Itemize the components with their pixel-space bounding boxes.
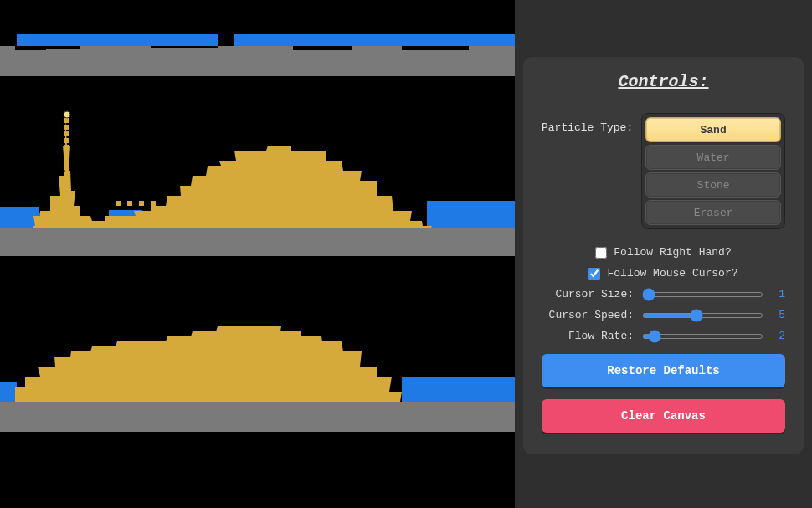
follow-hand-label: Follow Right Hand? [614,246,731,259]
svg-rect-31 [64,118,69,123]
svg-rect-16 [427,201,515,228]
svg-rect-30 [0,402,515,432]
svg-rect-35 [64,145,69,150]
svg-rect-7 [151,48,218,76]
svg-rect-21 [268,149,275,154]
svg-rect-19 [139,201,144,206]
svg-rect-5 [46,49,80,76]
particle-type-group: SandWaterStoneEraser [641,113,785,229]
svg-rect-11 [402,50,469,76]
svg-rect-44 [64,205,69,210]
follow-mouse-label: Follow Mouse Cursor? [607,267,737,280]
particle-type-stone[interactable]: Stone [645,172,781,198]
svg-rect-1 [17,34,218,46]
svg-rect-20 [151,201,156,206]
svg-rect-10 [352,46,402,76]
svg-point-47 [64,111,70,118]
flow-rate-label: Flow Rate: [542,330,634,342]
particle-type-row: Particle Type: SandWaterStoneEraser [542,113,785,229]
svg-rect-41 [64,185,69,190]
svg-rect-42 [64,192,69,197]
cursor-size-value: 1 [772,288,785,300]
svg-rect-9 [293,50,352,76]
cursor-speed-slider[interactable] [642,313,763,318]
svg-rect-4 [15,50,46,76]
cursor-size-row: Cursor Size: 1 [542,288,785,300]
svg-rect-2 [234,34,515,46]
svg-rect-18 [127,201,132,206]
svg-rect-39 [64,172,69,177]
flow-rate-slider[interactable] [642,334,763,339]
svg-rect-37 [64,158,69,163]
svg-rect-36 [64,151,69,157]
svg-rect-34 [64,138,69,143]
svg-rect-32 [64,125,69,130]
cursor-size-label: Cursor Size: [542,288,634,300]
flow-rate-row: Flow Rate: 2 [542,330,785,342]
follow-mouse-row[interactable]: Follow Mouse Cursor? [542,267,785,280]
cursor-speed-label: Cursor Speed: [542,309,634,321]
particle-type-sand[interactable]: Sand [645,117,781,142]
follow-hand-row[interactable]: Follow Right Hand? [542,246,785,259]
controls-panel: Controls: Particle Type: SandWaterStoneE… [523,57,804,454]
svg-rect-40 [64,178,69,183]
svg-rect-45 [64,212,69,217]
svg-rect-6 [80,46,151,76]
particle-type-label: Particle Type: [542,113,633,134]
svg-rect-46 [64,218,69,223]
clear-canvas-button[interactable]: Clear Canvas [542,399,785,433]
svg-rect-43 [64,198,69,203]
follow-hand-checkbox[interactable] [595,247,607,259]
svg-rect-13 [0,207,39,228]
svg-rect-17 [116,201,121,206]
restore-defaults-button[interactable]: Restore Defaults [542,354,785,387]
svg-rect-22 [285,146,291,151]
particle-type-water[interactable]: Water [645,145,781,170]
svg-rect-3 [0,46,15,76]
simulation-canvas[interactable] [0,0,515,508]
cursor-speed-row: Cursor Speed: 5 [542,309,785,321]
flow-rate-value: 2 [772,330,785,342]
particle-type-eraser[interactable]: Eraser [645,200,781,225]
side-area: Controls: Particle Type: SandWaterStoneE… [515,0,812,508]
svg-rect-38 [64,165,69,170]
follow-mouse-checkbox[interactable] [588,268,600,280]
svg-rect-23 [0,228,515,256]
svg-rect-24 [0,382,17,402]
cursor-size-slider[interactable] [642,292,763,297]
panel-title: Controls: [542,72,785,91]
svg-rect-33 [64,131,69,136]
svg-rect-8 [218,46,293,76]
svg-rect-12 [469,46,515,76]
cursor-speed-value: 5 [772,309,785,321]
svg-rect-29 [402,377,515,402]
